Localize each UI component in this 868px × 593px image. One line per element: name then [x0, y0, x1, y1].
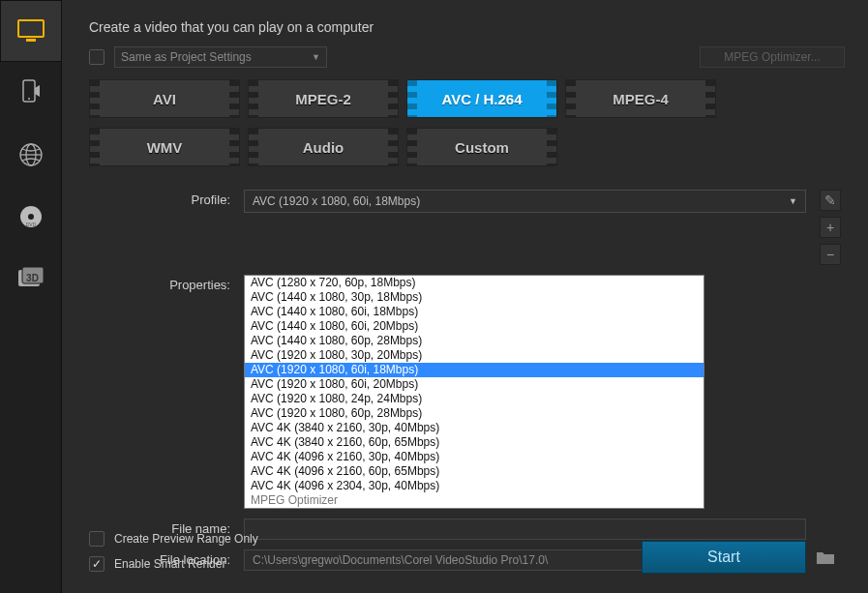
sidebar-item-3d[interactable]: 3D — [0, 248, 62, 310]
profile-option[interactable]: AVC (1920 x 1080, 60i, 18Mbps) — [245, 363, 703, 377]
profile-option[interactable]: AVC 4K (4096 x 2160, 30p, 40Mbps) — [245, 450, 703, 464]
same-as-project-combo[interactable]: Same as Project Settings ▼ — [114, 46, 327, 68]
format-button-audio[interactable]: Audio — [248, 128, 399, 166]
svg-text:DVD: DVD — [25, 222, 36, 227]
preview-range-checkbox[interactable] — [89, 531, 105, 547]
profile-option[interactable]: AVC (1440 x 1080, 60i, 20Mbps) — [245, 319, 703, 334]
sidebar-item-disc[interactable]: DVD — [0, 186, 62, 248]
svg-rect-0 — [18, 20, 44, 37]
same-as-project-label: Same as Project Settings — [121, 50, 252, 64]
profile-selected-value: AVC (1920 x 1080, 60i, 18Mbps) — [253, 194, 420, 208]
svg-rect-1 — [26, 39, 36, 42]
edit-button[interactable]: ✎ — [820, 190, 841, 211]
format-button-mpeg-2[interactable]: MPEG-2 — [248, 79, 399, 118]
format-button-avi[interactable]: AVI — [89, 79, 240, 118]
3d-badge: 3D — [26, 273, 39, 283]
remove-button[interactable]: − — [820, 244, 841, 265]
profile-option[interactable]: AVC 4K (3840 x 2160, 60p, 65Mbps) — [245, 435, 703, 450]
smart-render-label: Enable Smart Render — [114, 557, 225, 571]
profile-option[interactable]: AVC (1920 x 1080, 30p, 20Mbps) — [245, 348, 703, 363]
profile-option[interactable]: AVC (1920 x 1080, 60i, 20Mbps) — [245, 377, 703, 392]
form: Profile: AVC (1920 x 1080, 60i, 18Mbps) … — [108, 190, 845, 571]
profile-option[interactable]: AVC (1440 x 1080, 30p, 18Mbps) — [245, 290, 703, 305]
preview-range-label: Create Preview Range Only — [114, 532, 258, 546]
format-button-wmv[interactable]: WMV — [89, 128, 240, 166]
format-button-custom[interactable]: Custom — [406, 128, 557, 166]
sidebar: DVD 3D — [0, 0, 62, 593]
mpeg-optimizer-button[interactable]: MPEG Optimizer... — [700, 46, 845, 68]
tool-column: ✎ + − — [806, 190, 845, 265]
profile-option[interactable]: AVC (1280 x 720, 60p, 18Mbps) — [245, 276, 703, 290]
mobile-icon — [18, 78, 44, 107]
profile-dropdown-open[interactable]: AVC (1280 x 720, 60p, 18Mbps)AVC (1440 x… — [244, 275, 704, 509]
svg-point-3 — [28, 98, 30, 100]
properties-label: Properties: — [108, 275, 244, 292]
profile-select[interactable]: AVC (1920 x 1080, 60i, 18Mbps) ▼ — [244, 190, 806, 213]
sidebar-item-web[interactable] — [0, 124, 62, 186]
format-button-mpeg-4[interactable]: MPEG-4 — [565, 79, 716, 118]
bottom-bar: Create Preview Range Only Enable Smart R… — [89, 531, 845, 581]
profile-option[interactable]: AVC 4K (4096 x 2160, 60p, 65Mbps) — [245, 464, 703, 479]
profile-option[interactable]: MPEG Optimizer — [245, 493, 703, 508]
profile-option[interactable]: AVC (1440 x 1080, 60p, 28Mbps) — [245, 334, 703, 348]
sidebar-item-computer[interactable] — [0, 0, 62, 62]
format-grid: AVIMPEG-2AVC / H.264MPEG-4WMVAudioCustom — [89, 79, 845, 166]
chevron-down-icon: ▼ — [312, 52, 320, 62]
profile-option[interactable]: AVC (1440 x 1080, 60i, 18Mbps) — [245, 305, 703, 319]
monitor-icon — [15, 17, 46, 44]
start-button[interactable]: Start — [642, 541, 806, 574]
profile-option[interactable]: AVC (1920 x 1080, 24p, 24Mbps) — [245, 392, 703, 406]
svg-point-8 — [28, 214, 34, 220]
profile-label: Profile: — [108, 190, 244, 207]
top-row: Same as Project Settings ▼ MPEG Optimize… — [89, 46, 845, 68]
globe-icon — [17, 141, 45, 168]
main-panel: Create a video that you can play on a co… — [62, 0, 868, 593]
format-button-avc-h-264[interactable]: AVC / H.264 — [406, 79, 557, 118]
profile-option[interactable]: AVC 4K (3840 x 2160, 30p, 40Mbps) — [245, 421, 703, 435]
add-button[interactable]: + — [820, 217, 841, 238]
chevron-down-icon: ▼ — [789, 196, 797, 206]
sidebar-item-mobile[interactable] — [0, 62, 62, 124]
page-title: Create a video that you can play on a co… — [89, 19, 845, 35]
smart-render-checkbox[interactable] — [89, 556, 105, 572]
same-as-project-checkbox[interactable] — [89, 49, 105, 65]
profile-option[interactable]: AVC 4K (4096 x 2304, 30p, 40Mbps) — [245, 479, 703, 493]
disc-icon: DVD — [17, 203, 45, 230]
profile-option[interactable]: AVC (1920 x 1080, 60p, 28Mbps) — [245, 406, 703, 421]
